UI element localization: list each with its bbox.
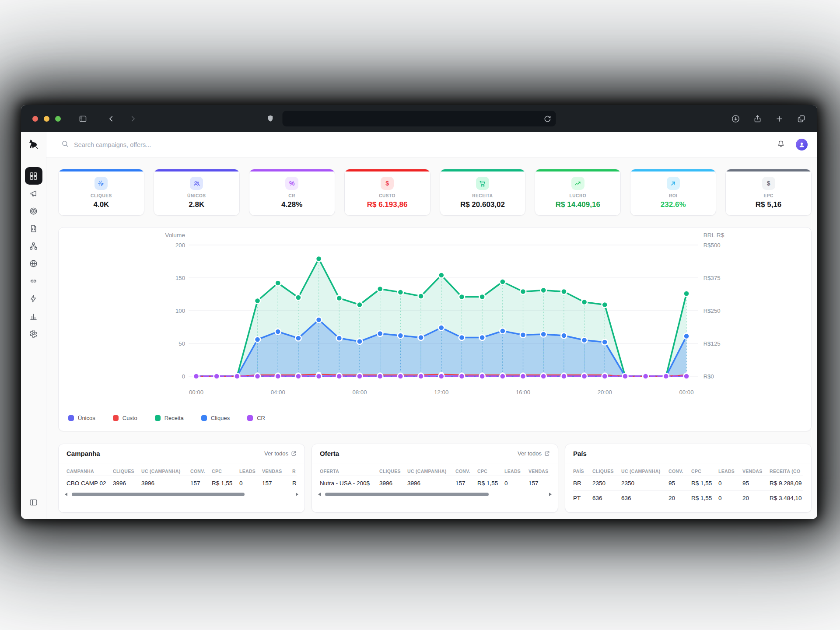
legend-label: Custo	[122, 415, 137, 421]
dollar-icon: $	[381, 177, 394, 190]
column-header: CPC	[477, 469, 504, 474]
legend-label: Cliques	[211, 415, 230, 421]
legend-item[interactable]: Únicos	[68, 415, 95, 421]
sidebar-item-landing-pages[interactable]	[25, 220, 42, 237]
kpi-label: ROI	[669, 193, 678, 198]
column-header: CLIQUES	[113, 469, 141, 474]
sidebar-item-domains[interactable]	[25, 255, 42, 272]
column-header: VENDAS	[528, 469, 555, 474]
scroll-left-arrow[interactable]	[65, 493, 67, 496]
kpi-accent-bar	[154, 169, 239, 172]
zoom-button[interactable]	[55, 116, 61, 122]
scroll-right-arrow[interactable]	[296, 493, 298, 496]
app-header	[46, 132, 817, 158]
column-header: CONV.	[190, 469, 212, 474]
percent-icon: %	[285, 177, 298, 190]
traffic-chart: 0R$050R$125100R$250150R$375200R$500Volum…	[59, 228, 811, 402]
trend-icon	[571, 177, 584, 190]
sidebar-toggle-icon[interactable]	[78, 114, 88, 123]
svg-text:150: 150	[175, 275, 185, 281]
table-row: PT63663620R$ 1,55020R$ 3.484,10	[573, 490, 803, 505]
legend-item[interactable]: CR	[247, 415, 265, 421]
table-cell: Nutra - USA - 200$	[320, 480, 379, 486]
close-button[interactable]	[32, 116, 38, 122]
table-cell: R$ 1,55	[691, 495, 718, 501]
table-cell: R$ 1,55	[691, 480, 718, 486]
svg-text:04:00: 04:00	[271, 389, 285, 396]
pais-table-card: PaísPAÍSCLIQUESUC (CAMPANHA)CONV.CPCLEAD…	[565, 444, 812, 513]
horizontal-scrollbar[interactable]	[65, 492, 298, 497]
svg-text:50: 50	[178, 340, 185, 347]
downloads-icon[interactable]	[731, 114, 740, 123]
reload-icon[interactable]	[543, 114, 552, 123]
sidebar-item-reports[interactable]	[25, 307, 42, 325]
table-cell: 2350	[621, 480, 668, 486]
kpi-value: 4.28%	[281, 200, 302, 209]
sidebar-collapse-icon[interactable]	[25, 494, 42, 511]
table-cell: CBO CAMP 02	[66, 480, 113, 486]
users-icon	[190, 177, 203, 190]
legend-label: Únicos	[78, 415, 95, 421]
table-column-headers: PAÍSCLIQUESUC (CAMPANHA)CONV.CPCLEADSVEN…	[573, 463, 803, 476]
table-cell: 95	[742, 480, 770, 486]
column-header: UC (CAMPANHA)	[141, 469, 190, 474]
table-cell: PT	[573, 495, 592, 501]
table-row: BR2350235095R$ 1,55095R$ 9.288,09	[573, 476, 803, 490]
table-cell: 0	[718, 495, 742, 501]
legend-item[interactable]: Custo	[113, 415, 137, 421]
ver-todos-link[interactable]: Ver todos	[264, 450, 297, 457]
legend-item[interactable]: Cliques	[201, 415, 230, 421]
sidebar-item-automations[interactable]	[25, 290, 42, 307]
table-cell: 3996	[141, 480, 190, 486]
table-column-headers: CAMPANHACLIQUESUC (CAMPANHA)CONV.CPCLEAD…	[66, 463, 297, 476]
sidebar-item-settings[interactable]	[25, 325, 42, 342]
ver-todos-link[interactable]: Ver todos	[518, 450, 550, 457]
kpi-card: CLIQUES 4.0K	[58, 169, 144, 216]
table-cell: 157	[262, 480, 292, 486]
address-bar[interactable]	[283, 111, 556, 126]
new-tab-icon[interactable]	[775, 114, 784, 123]
tab-overview-icon[interactable]	[797, 114, 806, 123]
kpi-value: 4.0K	[93, 200, 109, 209]
table-cell: 2350	[592, 480, 621, 486]
kpi-value: 2.8K	[189, 200, 204, 209]
svg-text:00:00: 00:00	[679, 389, 693, 396]
kpi-accent-bar	[345, 169, 430, 172]
tables-row: CampanhaVer todosCAMPANHACLIQUESUC (CAMP…	[58, 444, 812, 513]
kpi-value: 232.6%	[661, 200, 686, 209]
back-icon[interactable]	[107, 114, 116, 123]
scrollbar-thumb[interactable]	[72, 493, 245, 496]
kpi-accent-bar	[59, 169, 144, 172]
share-icon[interactable]	[753, 114, 762, 123]
table-cell: 20	[742, 495, 770, 501]
sidebar-item-dashboard[interactable]	[25, 167, 42, 185]
sidebar-item-campaigns[interactable]	[25, 185, 42, 202]
notifications-bell-icon[interactable]	[777, 140, 785, 150]
user-avatar[interactable]	[796, 139, 808, 150]
dashboard-content: CLIQUES 4.0K ÚNICOS 2.8K % CR 4.28% $ CU…	[46, 158, 817, 519]
svg-text:R$0: R$0	[704, 373, 714, 380]
column-header: OFERTA	[320, 469, 379, 474]
scrollbar-thumb[interactable]	[325, 493, 489, 496]
legend-item[interactable]: Receita	[155, 415, 184, 421]
ver-todos-label: Ver todos	[264, 450, 288, 457]
svg-text:BRL R$: BRL R$	[704, 232, 724, 238]
search-input[interactable]	[74, 141, 258, 148]
dollar-icon: $	[762, 177, 775, 190]
minimize-button[interactable]	[44, 116, 49, 122]
campanha-table-card: CampanhaVer todosCAMPANHACLIQUESUC (CAMP…	[58, 444, 305, 513]
scroll-left-arrow[interactable]	[318, 493, 321, 496]
sidebar-item-funnels[interactable]	[25, 237, 42, 255]
table-row: CBO CAMP 0239963996157R$ 1,550157R	[66, 476, 297, 490]
svg-text:00:00: 00:00	[189, 389, 203, 396]
scroll-right-arrow[interactable]	[549, 493, 552, 496]
column-header: CONV.	[668, 469, 691, 474]
table-cell: 0	[718, 480, 742, 486]
horizontal-scrollbar[interactable]	[318, 492, 552, 497]
table-title: Campanha	[66, 450, 100, 457]
forward-icon[interactable]	[128, 114, 137, 123]
sidebar-item-offers[interactable]	[25, 202, 42, 220]
sidebar-item-links[interactable]	[25, 272, 42, 290]
legend-label: Receita	[164, 415, 184, 421]
table-cell: 157	[190, 480, 212, 486]
